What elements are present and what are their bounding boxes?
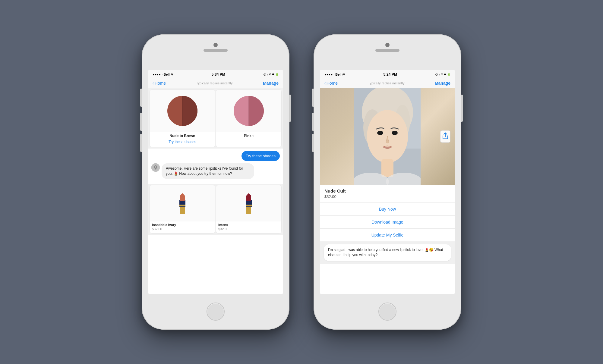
camera-left (213, 43, 218, 47)
svg-point-5 (155, 166, 156, 168)
svg-point-20 (377, 131, 383, 135)
speaker-left (204, 49, 228, 52)
shade-label-pink: Pink t (216, 132, 281, 139)
buy-now-button[interactable]: Buy Now (320, 203, 455, 216)
status-time-right: 5:24 PM (383, 72, 397, 77)
shade-action-pink[interactable] (216, 139, 281, 143)
product-img-intense (216, 185, 281, 221)
status-icons-right: @ ↑ ⊙ ✱ 🔋 (435, 73, 450, 76)
product-card-ivory: Insatiable Ivory $32.00 (150, 185, 215, 234)
action-buttons-section: Buy Now Download Image Update My Selfie (320, 202, 455, 241)
bottom-message-bubble: I'm so glad I was able to help you find … (324, 244, 451, 261)
product-name-right: Nude Cult (324, 188, 450, 193)
back-label-left: Home (155, 81, 166, 86)
download-image-button[interactable]: Download Image (320, 216, 455, 229)
product-label-intense: Intens (216, 221, 281, 227)
back-chevron-right: ‹ (324, 81, 326, 86)
shade-image-nude (150, 90, 215, 132)
shade-action-nude[interactable]: Try these shades (150, 139, 215, 147)
screen-right: ●●●●○ Bell ≋ 5:24 PM @ ↑ ⊙ ✱ 🔋 ‹ Home Ty… (320, 70, 455, 294)
phone-right: ●●●●○ Bell ≋ 5:24 PM @ ↑ ⊙ ✱ 🔋 ‹ Home Ty… (314, 34, 461, 330)
shade-pie-chart-pink (234, 96, 264, 126)
product-price-right: $32.00 (324, 194, 450, 199)
product-price-ivory: $32.00 (150, 227, 215, 233)
shade-cards-row: Nude to Brown Try these shades Pink t (148, 88, 283, 149)
back-button-left[interactable]: ‹ Home (153, 81, 166, 86)
svg-rect-10 (246, 206, 251, 214)
sent-bubble-try: Try these shades (242, 151, 280, 161)
back-chevron-left: ‹ (153, 81, 154, 86)
carrier-text-left: ●●●●○ Bell (153, 73, 169, 76)
share-icon[interactable] (440, 130, 450, 143)
svg-rect-13 (246, 196, 251, 201)
product-info-section: Nude Cult $32.00 (320, 185, 455, 202)
camera-right (385, 43, 390, 47)
shade-label-nude: Nude to Brown (150, 132, 215, 139)
speaker-right (375, 49, 399, 52)
nav-bar-left: ‹ Home Typically replies instantly Manag… (148, 78, 283, 88)
status-carrier-right: ●●●●○ Bell ≋ (324, 73, 345, 77)
back-label-right: Home (327, 81, 338, 86)
phone-top-left (204, 43, 228, 52)
status-icons-left: @ ↑ ⊙ ✱ 🔋 (264, 73, 279, 76)
bot-avatar-left (151, 163, 160, 172)
product-card-intense: Intens $32.0 (216, 185, 282, 234)
manage-button-right[interactable]: Manage (435, 81, 450, 86)
selfie-container (320, 88, 455, 185)
shade-card-nude: Nude to Brown Try these shades (150, 89, 215, 147)
nav-subtitle-right: Typically replies instantly (368, 81, 404, 85)
status-bar-left: ●●●●○ Bell ≋ 5:34 PM @ ↑ ⊙ ✱ 🔋 (148, 70, 283, 78)
product-img-ivory (150, 185, 215, 221)
sent-message-try: Try these shades (151, 151, 280, 161)
face-illustration (354, 88, 421, 185)
share-icon-svg (443, 133, 448, 139)
back-button-right[interactable]: ‹ Home (324, 81, 338, 86)
bottom-message-area: I'm so glad I was able to help you find … (320, 241, 455, 264)
lipstick-icon-intense (240, 191, 258, 215)
carrier-text-right: ●●●●○ Bell (324, 73, 341, 76)
product-cards-row-left: Insatiable Ivory $32.00 Intens (148, 184, 283, 235)
received-message-bot: Awesome. Here are some lipsticks I've fo… (151, 163, 280, 179)
phone-top-right (375, 43, 399, 52)
shade-image-pink (216, 90, 281, 132)
screen-left: ●●●●○ Bell ≋ 5:34 PM @ ↑ ⊙ ✱ 🔋 ‹ Home Ty… (148, 70, 283, 294)
home-button-left[interactable] (207, 303, 225, 321)
status-time-left: 5:34 PM (211, 72, 225, 77)
svg-rect-6 (180, 206, 185, 214)
svg-rect-8 (179, 205, 185, 206)
status-carrier-left: ●●●●○ Bell ≋ (153, 73, 173, 77)
update-selfie-button[interactable]: Update My Selfie (320, 229, 455, 241)
svg-point-21 (392, 131, 398, 135)
phone-left: ●●●●○ Bell ≋ 5:34 PM @ ↑ ⊙ ✱ 🔋 ‹ Home Ty… (142, 34, 289, 330)
message-area-left: Try these shades Awesome. Here are some … (148, 149, 283, 184)
selfie-image (320, 88, 455, 185)
svg-rect-23 (381, 159, 393, 177)
lipstick-icon-ivory (173, 191, 191, 215)
shade-card-pink: Pink t (216, 89, 282, 147)
bot-bubble-left: Awesome. Here are some lipsticks I've fo… (162, 163, 254, 179)
manage-button-left[interactable]: Manage (263, 81, 279, 86)
chat-content-left: Nude to Brown Try these shades Pink t (148, 88, 283, 290)
wifi-right: ≋ (342, 73, 345, 77)
shade-pie-chart (167, 96, 197, 126)
nav-subtitle-left: Typically replies instantly (196, 81, 232, 85)
svg-rect-9 (180, 196, 185, 201)
home-button-right[interactable] (378, 303, 396, 321)
product-label-ivory: Insatiable Ivory (150, 221, 215, 227)
nav-bar-right: ‹ Home Typically replies instantly Manag… (320, 78, 455, 88)
location-icon (151, 163, 160, 172)
status-bar-right: ●●●●○ Bell ≋ 5:24 PM @ ↑ ⊙ ✱ 🔋 (320, 70, 455, 78)
wifi-left: ≋ (170, 73, 173, 77)
product-price-intense: $32.0 (216, 227, 281, 233)
svg-rect-12 (246, 205, 252, 206)
